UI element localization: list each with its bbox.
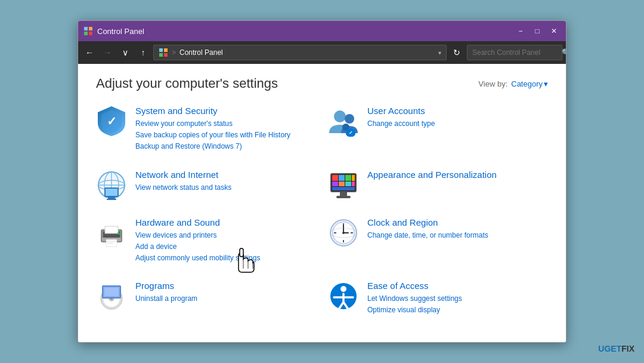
svg-rect-22 xyxy=(107,199,116,200)
ease-access-icon xyxy=(328,281,359,312)
up-button[interactable]: ↑ xyxy=(135,45,151,60)
programs-content: Programs Uninstall a program xyxy=(135,281,316,304)
appearance-title[interactable]: Appearance and Personalization xyxy=(367,170,548,180)
system-security-icon: ✓ xyxy=(96,106,127,137)
appearance-content: Appearance and Personalization xyxy=(367,170,548,182)
svg-rect-34 xyxy=(340,192,347,196)
hardware-sound-content: Hardware and Sound View devices and prin… xyxy=(135,217,316,264)
hardware-sound-link-3[interactable]: Adjust commonly used mobility settings xyxy=(135,253,316,264)
system-security-title[interactable]: System and Security xyxy=(135,106,316,116)
minimize-button[interactable]: − xyxy=(513,25,528,37)
category-system-security[interactable]: ✓ System and Security Review your comput… xyxy=(96,106,316,153)
svg-rect-30 xyxy=(339,182,345,186)
network-internet-title[interactable]: Network and Internet xyxy=(135,170,316,180)
svg-rect-4 xyxy=(159,48,163,52)
clock-region-link-1[interactable]: Change date, time, or number formats xyxy=(367,230,548,241)
system-security-content: System and Security Review your computer… xyxy=(135,106,316,153)
window-controls: − □ ✕ xyxy=(513,25,561,37)
path-folder-icon xyxy=(159,48,168,57)
category-network-internet[interactable]: Network and Internet View network status… xyxy=(96,170,316,201)
svg-point-10 xyxy=(345,114,354,124)
svg-rect-39 xyxy=(105,226,118,233)
back-button[interactable]: ← xyxy=(82,45,97,60)
path-text: Control Panel xyxy=(179,48,435,57)
ease-access-link-1[interactable]: Let Windows suggest settings xyxy=(367,293,548,304)
address-bar: ← → ∨ ↑ > Control Panel ▾ ↻ 🔍 xyxy=(78,41,566,64)
svg-rect-1 xyxy=(89,27,92,30)
ease-access-link-2[interactable]: Optimize visual display xyxy=(367,304,548,316)
watermark: UGETFIX xyxy=(598,344,634,353)
ease-access-title[interactable]: Ease of Access xyxy=(367,281,548,291)
window-title: Control Panel xyxy=(97,27,513,36)
programs-link-1[interactable]: Uninstall a program xyxy=(135,293,316,304)
category-ease-access[interactable]: Ease of Access Let Windows suggest setti… xyxy=(328,281,548,316)
svg-rect-27 xyxy=(345,175,351,181)
svg-rect-35 xyxy=(336,196,351,198)
path-separator: > xyxy=(172,48,176,57)
svg-rect-0 xyxy=(84,27,88,30)
categories-grid: ✓ System and Security Review your comput… xyxy=(96,106,548,316)
svg-rect-32 xyxy=(352,182,355,186)
maximize-button[interactable]: □ xyxy=(530,25,544,37)
svg-rect-60 xyxy=(104,288,119,296)
content-header: Adjust your computer's settings View by:… xyxy=(96,76,548,91)
svg-point-52 xyxy=(342,232,345,234)
network-internet-icon xyxy=(96,170,127,201)
control-panel-window: Control Panel − □ ✕ ← → ∨ ↑ > Contro xyxy=(78,20,566,343)
view-by-dropdown[interactable]: Category ▾ xyxy=(511,79,548,88)
svg-rect-3 xyxy=(89,32,92,35)
hardware-sound-link-2[interactable]: Add a device xyxy=(135,241,316,253)
view-by-control: View by: Category ▾ xyxy=(478,79,548,88)
svg-point-43 xyxy=(117,232,120,235)
category-user-accounts[interactable]: ✓ User Accounts Change account type xyxy=(328,106,548,153)
svg-rect-7 xyxy=(164,53,168,57)
category-hardware-sound[interactable]: Hardware and Sound View devices and prin… xyxy=(96,217,316,264)
appearance-icon xyxy=(328,170,359,201)
path-dropdown-icon[interactable]: ▾ xyxy=(438,50,441,56)
category-clock-region[interactable]: Clock and Region Change date, time, or n… xyxy=(328,217,548,264)
svg-text:✓: ✓ xyxy=(349,130,353,136)
close-button[interactable]: ✕ xyxy=(547,25,561,37)
network-internet-link-1[interactable]: View network status and tasks xyxy=(135,182,316,193)
svg-rect-29 xyxy=(332,182,338,186)
svg-text:✓: ✓ xyxy=(107,115,117,128)
category-appearance[interactable]: Appearance and Personalization xyxy=(328,170,548,201)
system-security-link-1[interactable]: Review your computer's status xyxy=(135,118,316,130)
category-programs[interactable]: Programs Uninstall a program xyxy=(96,281,316,316)
window-icon xyxy=(83,26,94,36)
search-icon[interactable]: 🔍 xyxy=(562,48,566,57)
user-accounts-icon: ✓ xyxy=(328,106,359,137)
programs-title[interactable]: Programs xyxy=(135,281,316,291)
user-accounts-link-1[interactable]: Change account type xyxy=(367,118,548,130)
refresh-button[interactable]: ↻ xyxy=(449,45,465,60)
search-box[interactable]: 🔍 xyxy=(467,45,562,60)
programs-icon xyxy=(96,281,127,312)
svg-rect-31 xyxy=(345,182,351,186)
clock-region-icon xyxy=(328,217,359,248)
system-security-link-2[interactable]: Save backup copies of your files with Fi… xyxy=(135,130,316,141)
svg-rect-21 xyxy=(108,197,115,199)
user-accounts-content: User Accounts Change account type xyxy=(367,106,548,130)
clock-region-title[interactable]: Clock and Region xyxy=(367,217,548,227)
svg-rect-26 xyxy=(339,175,345,181)
svg-rect-2 xyxy=(84,32,88,35)
recent-button[interactable]: ∨ xyxy=(117,45,133,60)
search-input[interactable] xyxy=(472,48,562,57)
hardware-sound-link-1[interactable]: View devices and printers xyxy=(135,230,316,241)
svg-rect-25 xyxy=(332,175,338,181)
address-path[interactable]: > Control Panel ▾ xyxy=(153,45,447,60)
svg-rect-33 xyxy=(332,187,355,190)
watermark-suffix: FIX xyxy=(621,344,634,353)
hardware-sound-title[interactable]: Hardware and Sound xyxy=(135,217,316,227)
clock-region-content: Clock and Region Change date, time, or n… xyxy=(367,217,548,241)
forward-button[interactable]: → xyxy=(100,45,115,60)
view-by-label: View by: xyxy=(478,79,507,88)
svg-point-9 xyxy=(334,110,346,122)
title-bar: Control Panel − □ ✕ xyxy=(78,21,566,41)
watermark-prefix: UGET xyxy=(598,344,621,353)
page-title: Adjust your computer's settings xyxy=(96,76,278,91)
user-accounts-title[interactable]: User Accounts xyxy=(367,106,548,116)
svg-rect-5 xyxy=(164,48,168,52)
hardware-sound-icon xyxy=(96,217,127,248)
system-security-link-3[interactable]: Backup and Restore (Windows 7) xyxy=(135,141,316,152)
